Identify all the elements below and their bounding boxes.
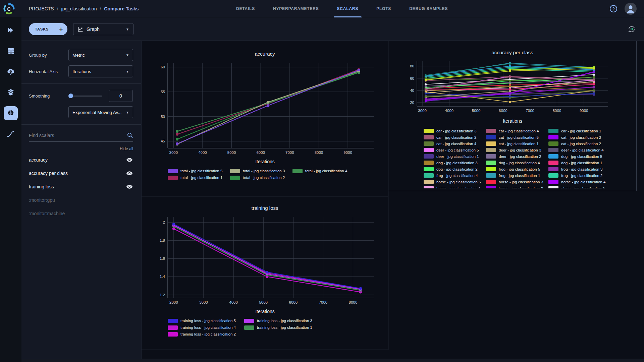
legend-item[interactable]: training loss - jpg classification 2 — [168, 331, 244, 338]
tab-hyperparameters[interactable]: HYPERPARAMETERS — [272, 0, 320, 17]
legend-item[interactable]: cat - jpg classification 4 — [424, 140, 486, 147]
legend-item[interactable]: cat - jpg classification 3 — [548, 134, 611, 140]
active-rail-item-highlight — [4, 106, 18, 120]
accuracy-per-class-chart-canvas[interactable]: 300040005000600070008000900020406080 — [395, 58, 630, 116]
svg-text:45: 45 — [161, 139, 165, 143]
user-avatar-icon[interactable] — [625, 3, 637, 15]
datasets-icon[interactable] — [0, 84, 21, 101]
legend-item[interactable]: horse - jpg classification 4 — [548, 179, 611, 185]
scalar-item-label[interactable]: accuracy — [29, 157, 126, 163]
group-by-dropdown[interactable]: Metric ▼ — [68, 49, 133, 61]
legend-item[interactable]: horse - jpg classification 3 — [486, 179, 548, 185]
legend-item[interactable]: car - jpg classification 2 — [424, 134, 486, 140]
pipelines-icon[interactable] — [0, 126, 21, 142]
legend-label: horse - jpg classification 1 — [436, 186, 481, 189]
legend-item[interactable]: deer - jpg classification 1 — [424, 153, 486, 160]
horizontal-axis-dropdown[interactable]: Iterations ▼ — [68, 65, 133, 77]
legend-item[interactable]: frog - jpg classification 3 — [548, 166, 611, 172]
legend-label: cat - jpg classification 5 — [499, 135, 539, 139]
legend-item[interactable]: training loss - jpg classification 4 — [168, 324, 244, 331]
smoothing-slider-knob[interactable] — [68, 94, 73, 98]
horizontal-scrollbar[interactable] — [21, 359, 644, 362]
legend-item[interactable]: car - jpg classification 4 — [486, 128, 548, 134]
legend-item[interactable]: cat - jpg classification 2 — [548, 140, 611, 147]
eye-visible-icon[interactable] — [126, 171, 133, 176]
legend-item[interactable]: total - jpg classification 2 — [230, 174, 292, 181]
legend-item[interactable]: total - jpg classification 3 — [230, 168, 292, 174]
legend-item[interactable]: deer - jpg classification 4 — [548, 147, 611, 153]
hide-all-button[interactable]: Hide all — [29, 146, 133, 151]
tab-details[interactable]: DETAILS — [235, 0, 256, 17]
header-right-actions: ? — [610, 0, 637, 17]
legend-item[interactable]: frog - jpg classification 4 — [424, 172, 486, 179]
tab-debug-samples[interactable]: DEBUG SAMPLES — [408, 0, 449, 17]
accuracy-chart-canvas[interactable]: 300040005000600070008000900045505560 — [148, 59, 382, 158]
scalar-item-label[interactable]: :monitor:gpu — [29, 197, 133, 203]
clearml-logo-icon[interactable]: C — [3, 2, 15, 15]
tab-plots[interactable]: PLOTS — [375, 0, 392, 17]
smoothing-slider[interactable] — [68, 94, 102, 98]
chart-title: training loss — [142, 205, 388, 211]
scalar-item-label[interactable]: training loss — [29, 184, 126, 189]
legend-item[interactable]: training loss - jpg classification 3 — [244, 317, 321, 324]
legend-item[interactable]: total - jpg classification 4 — [292, 168, 355, 174]
legend-item[interactable]: horse - jpg classification 1 — [424, 185, 486, 188]
breadcrumb-projects[interactable]: PROJECTS — [29, 6, 54, 11]
tab-scalars[interactable]: SCALARS — [336, 0, 360, 17]
legend-item[interactable]: deer - jpg classification 3 — [486, 147, 548, 153]
help-icon[interactable]: ? — [610, 5, 617, 12]
smoothing-value-input[interactable] — [109, 90, 133, 102]
legend-item[interactable]: dog - jpg classification 1 — [548, 160, 611, 166]
experiments-brain-icon[interactable] — [0, 105, 21, 121]
legend-item[interactable]: training loss - jpg classification 1 — [244, 324, 321, 331]
legend-item[interactable]: cat - jpg classification 5 — [486, 134, 548, 140]
svg-text:6000: 6000 — [289, 300, 298, 304]
legend-item[interactable]: frog - jpg classification 1 — [486, 172, 548, 179]
getting-started-icon[interactable] — [0, 22, 21, 38]
auto-refresh-icon[interactable] — [627, 25, 636, 34]
legend-swatch — [168, 319, 178, 323]
legend-item[interactable]: cat - jpg classification 1 — [486, 140, 548, 147]
chart-xaxis-label: Iterations — [395, 118, 630, 124]
legend-item[interactable]: dog - jpg classification 3 — [424, 160, 486, 166]
legend-item[interactable]: car - jpg classification 3 — [424, 128, 486, 134]
tasks-pill[interactable]: TASKS + — [29, 23, 67, 35]
tasks-pill-label[interactable]: TASKS — [29, 27, 54, 31]
scalar-list: accuracyaccuracy per classtraining loss:… — [29, 153, 133, 220]
legend-item[interactable]: deer - jpg classification 2 — [486, 153, 548, 160]
legend-item[interactable]: car - jpg classification 1 — [548, 128, 611, 134]
cloud-autoscaler-icon[interactable] — [0, 64, 21, 80]
legend-item[interactable]: deer - jpg classification 5 — [424, 147, 486, 153]
chart-xaxis-label: Iterations — [148, 159, 382, 164]
legend-label: training loss - jpg classification 1 — [257, 325, 312, 329]
smoothing-slider-track[interactable] — [68, 96, 102, 97]
scalar-list-item: accuracy — [29, 153, 133, 167]
legend-swatch — [292, 169, 303, 173]
legend-item[interactable]: horse - jpg classification 2 — [486, 185, 548, 188]
workers-queues-icon[interactable] — [0, 43, 21, 59]
legend-swatch — [230, 176, 240, 180]
legend-swatch — [548, 135, 558, 139]
search-icon[interactable] — [127, 132, 133, 138]
legend-label: frog - jpg classification 1 — [499, 174, 540, 178]
view-mode-dropdown[interactable]: Graph ▼ — [73, 23, 133, 35]
search-input[interactable] — [29, 133, 127, 138]
eye-visible-icon[interactable] — [126, 184, 133, 189]
legend-item[interactable]: dog - jpg classification 4 — [486, 160, 548, 166]
legend-item[interactable]: dog - jpg classification 5 — [548, 153, 611, 160]
add-task-button[interactable]: + — [54, 25, 67, 33]
legend-item[interactable]: horse - jpg classification 5 — [424, 179, 486, 185]
training-loss-chart-canvas[interactable]: 20003000400050006000700080001.21.41.61.8… — [148, 214, 382, 308]
legend-item[interactable]: dog - jpg classification 2 — [424, 166, 486, 172]
legend-item[interactable]: frog - jpg classification 2 — [548, 172, 611, 179]
legend-item[interactable]: frog - jpg classification 5 — [486, 166, 548, 172]
legend-item[interactable]: training loss - jpg classification 5 — [168, 317, 244, 324]
breadcrumb-project[interactable]: jpg_classification — [61, 6, 97, 11]
eye-visible-icon[interactable] — [126, 158, 133, 162]
smoothing-type-dropdown[interactable]: Exponential Moving Av... ▼ — [68, 106, 133, 118]
legend-item[interactable]: total - jpg classification 1 — [168, 174, 230, 181]
scalar-item-label[interactable]: :monitor:machine — [29, 211, 133, 216]
legend-item[interactable]: total - jpg classification 5 — [168, 168, 230, 174]
legend-item[interactable]: plane - jpg classification 5 — [548, 185, 611, 188]
scalar-item-label[interactable]: accuracy per class — [29, 171, 126, 176]
